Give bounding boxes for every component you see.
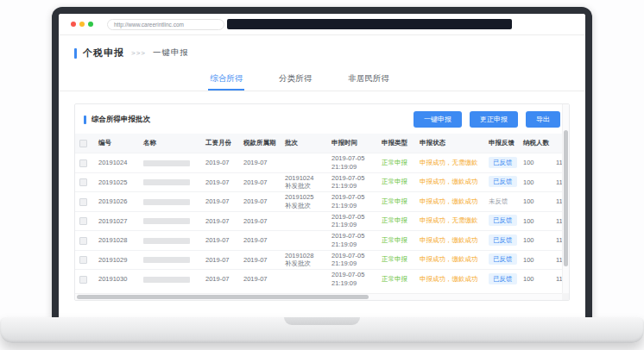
header-tax-period: 税款所属期 xyxy=(239,134,281,153)
cell-batch-id: 20191025 xyxy=(94,172,139,192)
cell-tax-period: 2019-07 xyxy=(239,192,281,212)
cell-tax-period: 2019-07 xyxy=(239,250,281,270)
cell-feedback: 已反馈 xyxy=(484,250,519,270)
horizontal-scrollbar-thumb[interactable] xyxy=(77,295,369,299)
table-row: 20191026 2019-07 2019-07 20191025补发批次 20… xyxy=(75,192,569,212)
table-row: 20191030 2019-07 2019-07 2019-07-0521:19… xyxy=(75,270,569,289)
cell-declare-time: 2019-07-0521:19:09 xyxy=(327,192,377,212)
cell-declare-type: 正常申报 xyxy=(377,172,415,192)
header-id: 编号 xyxy=(94,134,139,153)
cell-declare-time: 2019-07-0521:19:09 xyxy=(327,231,377,251)
cell-feedback: 已反馈 xyxy=(484,153,519,173)
cell-declare-type: 正常申报 xyxy=(377,250,415,270)
cell-feedback: 未反馈 xyxy=(484,192,519,212)
address-bar[interactable]: http://www.careerintlinc.com xyxy=(107,19,224,30)
cell-batch xyxy=(281,211,327,231)
row-checkbox[interactable] xyxy=(79,256,87,264)
feedback-badge: 已反馈 xyxy=(489,157,517,168)
cell-name xyxy=(139,192,201,212)
table-row: 20191029 2019-07 2019-07 20191028补发批次 20… xyxy=(75,250,569,270)
name-placeholder xyxy=(143,257,190,263)
cell-batch: 20191024补发批次 xyxy=(281,172,327,192)
table-row: 20191027 2019-07 2019-07 2019-07-0521:19… xyxy=(75,211,569,231)
page-content: 个税申报 >>> 一键申报 综合所得 分类所得 非居民所得 综合所得申报批次 xyxy=(59,35,585,317)
cell-tax-period: 2019-07 xyxy=(239,231,281,251)
scrollbar-corner xyxy=(562,293,569,300)
select-all-checkbox[interactable] xyxy=(79,140,87,147)
one-click-declare-button[interactable]: 一键申报 xyxy=(414,111,462,128)
cell-name xyxy=(139,231,201,251)
tab-nonresident-income[interactable]: 非居民所得 xyxy=(346,67,391,91)
batch-panel: 综合所得申报批次 一键申报 更正申报 导出 xyxy=(74,103,570,301)
toolbar-dark-strip xyxy=(227,19,512,29)
window-close-icon[interactable] xyxy=(71,22,76,27)
vertical-scrollbar[interactable] xyxy=(562,104,569,293)
cell-salary-month: 2019-07 xyxy=(201,231,239,251)
cell-declare-type: 正常申报 xyxy=(377,211,415,231)
row-checkbox[interactable] xyxy=(79,237,87,245)
header-name: 名称 xyxy=(139,134,201,153)
feedback-badge: 已反馈 xyxy=(489,253,517,265)
window-maximize-icon[interactable] xyxy=(88,22,93,27)
laptop-mockup: http://www.careerintlinc.com 个税申报 >>> 一键… xyxy=(0,0,644,350)
horizontal-scrollbar[interactable] xyxy=(75,293,562,300)
panel-accent-bar xyxy=(84,116,86,124)
cell-declare-type: 正常申报 xyxy=(377,270,415,289)
feedback-badge: 未反馈 xyxy=(489,196,513,207)
cell-declare-type: 正常申报 xyxy=(377,231,415,251)
tab-classified-income[interactable]: 分类所得 xyxy=(277,67,313,91)
export-button[interactable]: 导出 xyxy=(526,111,560,128)
name-placeholder xyxy=(143,199,190,205)
header-declare-status: 申报状态 xyxy=(415,134,484,153)
feedback-badge: 已反馈 xyxy=(489,273,517,284)
cell-name xyxy=(139,172,201,192)
cell-declare-status: 申报成功，缴款成功 xyxy=(415,192,484,212)
breadcrumb: 个税申报 >>> 一键申报 xyxy=(59,35,585,59)
header-feedback: 申报反馈 xyxy=(484,134,519,153)
window-minimize-icon[interactable] xyxy=(79,22,85,27)
cell-declare-time: 2019-07-0521:19:09 xyxy=(327,211,377,231)
tab-comprehensive-income[interactable]: 综合所得 xyxy=(208,67,244,91)
cell-taxpayers: 100 xyxy=(519,211,552,231)
header-declare-time: 申报时间 xyxy=(327,134,377,153)
cell-batch-id: 20191028 xyxy=(94,231,139,251)
cell-batch-id: 20191030 xyxy=(94,270,139,289)
cell-feedback: 已反馈 xyxy=(484,231,519,251)
header-taxpayers: 纳税人数 xyxy=(519,134,552,153)
row-checkbox[interactable] xyxy=(79,198,87,206)
cell-declare-status: 申报成功，缴款成功 xyxy=(415,270,484,289)
cell-salary-month: 2019-07 xyxy=(201,211,239,231)
tab-bar: 综合所得 分类所得 非居民所得 xyxy=(59,67,585,91)
cell-feedback: 已反馈 xyxy=(484,270,519,289)
vertical-scrollbar-thumb[interactable] xyxy=(564,130,568,266)
cell-batch xyxy=(281,153,327,173)
correct-declare-button[interactable]: 更正申报 xyxy=(470,111,518,128)
name-placeholder xyxy=(143,179,190,185)
cell-batch: 20191025补发批次 xyxy=(281,192,327,212)
cell-declare-status: 申报成功，缴款成功 xyxy=(415,172,484,192)
cell-name xyxy=(139,211,201,231)
header-salary-month: 工资月份 xyxy=(201,134,239,153)
cell-feedback: 已反馈 xyxy=(484,211,519,231)
cell-declare-time: 2019-07-0521:19:09 xyxy=(327,153,377,173)
browser-toolbar: http://www.careerintlinc.com xyxy=(59,14,585,35)
cell-tax-period: 2019-07 xyxy=(239,153,281,173)
panel-actions: 一键申报 更正申报 导出 xyxy=(414,111,560,128)
row-checkbox[interactable] xyxy=(79,217,87,225)
cell-taxpayers: 100 xyxy=(519,153,552,173)
cell-declare-status: 申报成功，无需缴款 xyxy=(415,211,484,231)
cell-declare-type: 正常申报 xyxy=(377,192,415,212)
cell-taxpayers: 100 xyxy=(519,231,552,251)
cell-batch: 20191028补发批次 xyxy=(281,250,327,270)
name-placeholder xyxy=(143,238,190,244)
cell-batch-id: 20191027 xyxy=(94,211,139,231)
row-checkbox[interactable] xyxy=(79,178,87,186)
row-checkbox[interactable] xyxy=(79,276,87,284)
name-placeholder xyxy=(143,218,190,224)
cell-batch-id: 20191024 xyxy=(94,153,139,173)
title-accent-bar xyxy=(74,48,77,59)
header-declare-type: 申报类型 xyxy=(377,134,415,153)
batch-table: 编号 名称 工资月份 税款所属期 批次 申报时间 申报类型 申报状态 申报反馈 … xyxy=(75,134,569,289)
row-checkbox[interactable] xyxy=(79,159,87,167)
cell-feedback: 已反馈 xyxy=(484,172,519,192)
